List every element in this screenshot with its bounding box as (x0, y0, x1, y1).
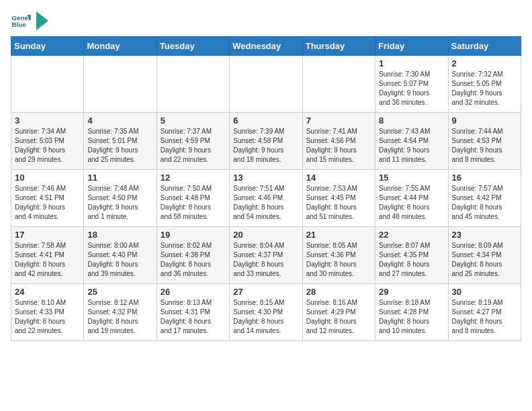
day-info: Sunrise: 7:53 AM Sunset: 4:45 PM Dayligh… (306, 184, 371, 222)
day-info: Sunrise: 8:02 AM Sunset: 4:38 PM Dayligh… (161, 241, 226, 279)
day-cell: 30Sunrise: 8:19 AM Sunset: 4:27 PM Dayli… (448, 284, 521, 341)
day-cell: 2Sunrise: 7:32 AM Sunset: 5:05 PM Daylig… (448, 56, 521, 113)
week-row-5: 24Sunrise: 8:10 AM Sunset: 4:33 PM Dayli… (11, 284, 521, 341)
day-info: Sunrise: 7:39 AM Sunset: 4:58 PM Dayligh… (233, 127, 298, 165)
day-info: Sunrise: 8:09 AM Sunset: 4:34 PM Dayligh… (452, 241, 517, 279)
day-cell: 21Sunrise: 8:05 AM Sunset: 4:36 PM Dayli… (302, 227, 375, 284)
day-cell: 12Sunrise: 7:50 AM Sunset: 4:48 PM Dayli… (157, 170, 229, 227)
day-number: 2 (452, 58, 517, 68)
day-cell: 6Sunrise: 7:39 AM Sunset: 4:58 PM Daylig… (230, 113, 302, 170)
day-info: Sunrise: 8:10 AM Sunset: 4:33 PM Dayligh… (15, 298, 80, 336)
day-cell: 22Sunrise: 8:07 AM Sunset: 4:35 PM Dayli… (375, 227, 448, 284)
col-header-tuesday: Tuesday (157, 37, 229, 56)
day-cell: 3Sunrise: 7:34 AM Sunset: 5:03 PM Daylig… (11, 113, 84, 170)
day-cell (84, 56, 157, 113)
day-info: Sunrise: 8:12 AM Sunset: 4:32 PM Dayligh… (87, 298, 152, 336)
day-number: 29 (379, 287, 444, 297)
day-cell (302, 56, 375, 113)
svg-text:Blue: Blue (12, 21, 27, 28)
day-info: Sunrise: 8:13 AM Sunset: 4:31 PM Dayligh… (161, 298, 226, 336)
day-cell: 1Sunrise: 7:30 AM Sunset: 5:07 PM Daylig… (375, 56, 448, 113)
day-cell: 9Sunrise: 7:44 AM Sunset: 4:53 PM Daylig… (448, 113, 521, 170)
day-cell: 28Sunrise: 8:16 AM Sunset: 4:29 PM Dayli… (302, 284, 375, 341)
day-cell: 25Sunrise: 8:12 AM Sunset: 4:32 PM Dayli… (84, 284, 157, 341)
logo: General Blue (11, 11, 48, 31)
day-number: 17 (15, 230, 80, 240)
day-number: 25 (87, 287, 152, 297)
day-cell: 29Sunrise: 8:18 AM Sunset: 4:28 PM Dayli… (375, 284, 448, 341)
day-number: 18 (87, 230, 152, 240)
day-cell: 8Sunrise: 7:43 AM Sunset: 4:54 PM Daylig… (375, 113, 448, 170)
day-info: Sunrise: 7:43 AM Sunset: 4:54 PM Dayligh… (379, 127, 444, 165)
day-cell: 5Sunrise: 7:37 AM Sunset: 4:59 PM Daylig… (157, 113, 229, 170)
day-cell: 17Sunrise: 7:58 AM Sunset: 4:41 PM Dayli… (11, 227, 84, 284)
day-cell: 19Sunrise: 8:02 AM Sunset: 4:38 PM Dayli… (157, 227, 229, 284)
day-number: 11 (87, 173, 152, 183)
col-header-thursday: Thursday (302, 37, 375, 56)
day-cell: 11Sunrise: 7:48 AM Sunset: 4:50 PM Dayli… (84, 170, 157, 227)
day-cell (157, 56, 229, 113)
day-info: Sunrise: 7:32 AM Sunset: 5:05 PM Dayligh… (452, 70, 517, 107)
day-info: Sunrise: 7:55 AM Sunset: 4:44 PM Dayligh… (379, 184, 444, 222)
day-cell: 18Sunrise: 8:00 AM Sunset: 4:40 PM Dayli… (84, 227, 157, 284)
day-number: 19 (161, 230, 226, 240)
col-header-monday: Monday (84, 37, 157, 56)
day-number: 5 (161, 116, 226, 126)
calendar-table: SundayMondayTuesdayWednesdayThursdayFrid… (11, 36, 521, 341)
day-info: Sunrise: 8:15 AM Sunset: 4:30 PM Dayligh… (233, 298, 298, 336)
day-cell: 16Sunrise: 7:57 AM Sunset: 4:42 PM Dayli… (448, 170, 521, 227)
day-number: 15 (379, 173, 444, 183)
day-info: Sunrise: 8:18 AM Sunset: 4:28 PM Dayligh… (379, 298, 444, 336)
day-number: 16 (452, 173, 517, 183)
week-row-3: 10Sunrise: 7:46 AM Sunset: 4:51 PM Dayli… (11, 170, 521, 227)
day-cell: 26Sunrise: 8:13 AM Sunset: 4:31 PM Dayli… (157, 284, 229, 341)
col-header-friday: Friday (375, 37, 448, 56)
col-header-saturday: Saturday (448, 37, 521, 56)
day-info: Sunrise: 7:37 AM Sunset: 4:59 PM Dayligh… (161, 127, 226, 165)
day-number: 30 (452, 287, 517, 297)
day-cell: 24Sunrise: 8:10 AM Sunset: 4:33 PM Dayli… (11, 284, 84, 341)
day-cell: 4Sunrise: 7:35 AM Sunset: 5:01 PM Daylig… (84, 113, 157, 170)
col-header-sunday: Sunday (11, 37, 84, 56)
day-info: Sunrise: 7:30 AM Sunset: 5:07 PM Dayligh… (379, 70, 444, 107)
day-info: Sunrise: 7:34 AM Sunset: 5:03 PM Dayligh… (15, 127, 80, 165)
day-number: 21 (306, 230, 371, 240)
day-info: Sunrise: 8:16 AM Sunset: 4:29 PM Dayligh… (306, 298, 371, 336)
day-number: 8 (379, 116, 444, 126)
day-info: Sunrise: 8:07 AM Sunset: 4:35 PM Dayligh… (379, 241, 444, 279)
day-cell: 14Sunrise: 7:53 AM Sunset: 4:45 PM Dayli… (302, 170, 375, 227)
day-info: Sunrise: 8:04 AM Sunset: 4:37 PM Dayligh… (233, 241, 298, 279)
day-info: Sunrise: 8:19 AM Sunset: 4:27 PM Dayligh… (452, 298, 517, 336)
logo-icon: General Blue (11, 11, 31, 31)
day-number: 28 (306, 287, 371, 297)
day-cell: 7Sunrise: 7:41 AM Sunset: 4:56 PM Daylig… (302, 113, 375, 170)
day-info: Sunrise: 7:48 AM Sunset: 4:50 PM Dayligh… (87, 184, 152, 222)
day-cell: 23Sunrise: 8:09 AM Sunset: 4:34 PM Dayli… (448, 227, 521, 284)
day-number: 10 (15, 173, 80, 183)
day-number: 14 (306, 173, 371, 183)
col-header-wednesday: Wednesday (230, 37, 302, 56)
day-number: 20 (233, 230, 298, 240)
day-number: 22 (379, 230, 444, 240)
day-info: Sunrise: 8:00 AM Sunset: 4:40 PM Dayligh… (87, 241, 152, 279)
day-info: Sunrise: 7:58 AM Sunset: 4:41 PM Dayligh… (15, 241, 80, 279)
day-info: Sunrise: 7:51 AM Sunset: 4:46 PM Dayligh… (233, 184, 298, 222)
day-info: Sunrise: 7:41 AM Sunset: 4:56 PM Dayligh… (306, 127, 371, 165)
day-cell: 13Sunrise: 7:51 AM Sunset: 4:46 PM Dayli… (230, 170, 302, 227)
day-cell: 27Sunrise: 8:15 AM Sunset: 4:30 PM Dayli… (230, 284, 302, 341)
week-row-2: 3Sunrise: 7:34 AM Sunset: 5:03 PM Daylig… (11, 113, 521, 170)
day-cell: 10Sunrise: 7:46 AM Sunset: 4:51 PM Dayli… (11, 170, 84, 227)
week-row-1: 1Sunrise: 7:30 AM Sunset: 5:07 PM Daylig… (11, 56, 521, 113)
day-number: 26 (161, 287, 226, 297)
week-row-4: 17Sunrise: 7:58 AM Sunset: 4:41 PM Dayli… (11, 227, 521, 284)
day-cell (11, 56, 84, 113)
day-info: Sunrise: 7:44 AM Sunset: 4:53 PM Dayligh… (452, 127, 517, 165)
day-number: 9 (452, 116, 517, 126)
day-number: 24 (15, 287, 80, 297)
day-info: Sunrise: 7:50 AM Sunset: 4:48 PM Dayligh… (161, 184, 226, 222)
day-number: 1 (379, 58, 444, 68)
day-info: Sunrise: 7:46 AM Sunset: 4:51 PM Dayligh… (15, 184, 80, 222)
svg-marker-3 (36, 11, 48, 30)
logo-arrow-icon (36, 11, 48, 30)
day-number: 23 (452, 230, 517, 240)
